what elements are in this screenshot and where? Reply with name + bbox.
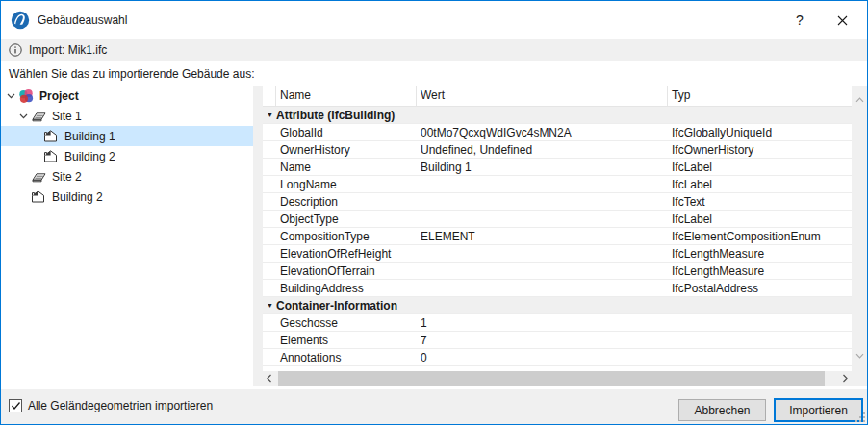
group-title: Attribute (IfcBuilding) <box>276 109 395 122</box>
tree-item-project[interactable]: Project <box>1 86 253 106</box>
chevron-slot <box>17 170 30 183</box>
cell-wert: ELEMENT <box>417 230 668 243</box>
table-group-row[interactable]: ▼Attribute (IfcBuilding) <box>263 107 852 124</box>
cell-typ: IfcOwnerHistory <box>668 143 852 157</box>
cell-name: LongName <box>276 178 417 191</box>
cell-wert: Undefined, Undefined <box>417 143 668 157</box>
tree-item-building-1[interactable]: Building 1 <box>1 126 253 146</box>
cancel-button[interactable]: Abbrechen <box>678 399 766 421</box>
table-row[interactable]: BuildingAddressIfcPostalAddress <box>263 280 852 297</box>
cell-wert: 00tMo7QcxqWdIGvc4sMN2A <box>417 126 668 139</box>
table-group-row[interactable]: ▼Container-Information <box>263 297 852 314</box>
scroll-left-icon[interactable] <box>263 371 276 386</box>
tree-item-site-1[interactable]: Site 1 <box>1 106 253 126</box>
vertical-scrollbar[interactable] <box>852 86 867 386</box>
cell-typ: IfcLengthMeasure <box>668 247 852 261</box>
close-icon <box>837 15 848 26</box>
building-icon <box>42 149 59 164</box>
horizontal-scrollbar[interactable] <box>263 371 852 386</box>
chevron-slot <box>30 130 42 142</box>
panel-gap <box>253 86 263 386</box>
tree-item-label: Building 2 <box>64 150 115 163</box>
building-selection-dialog: Gebäudeauswahl ? Import: Mik1.ifc Wählen… <box>0 0 868 425</box>
site-icon <box>30 109 46 124</box>
table-row[interactable]: ElevationOfRefHeightIfcLengthMeasure <box>263 245 852 262</box>
scroll-right-icon[interactable] <box>838 371 852 386</box>
header-spacer <box>263 86 276 106</box>
help-button[interactable]: ? <box>779 1 821 39</box>
cell-name: ElevationOfTerrain <box>276 264 417 278</box>
chevron-down-icon[interactable] <box>5 89 17 102</box>
table-row[interactable]: Annotations0 <box>263 349 852 366</box>
tree-item-building-2[interactable]: Building 2 <box>1 187 253 207</box>
collapse-triangle-icon[interactable]: ▼ <box>267 302 276 309</box>
table-row[interactable]: GlobalId00tMo7QcxqWdIGvc4sMN2AIfcGloball… <box>263 124 852 141</box>
building-icon <box>30 189 46 205</box>
building-icon <box>42 129 59 144</box>
table-row[interactable]: ElevationOfTerrainIfcLengthMeasure <box>263 262 852 280</box>
cell-typ: IfcLengthMeasure <box>668 264 852 278</box>
cell-wert: 0 <box>417 351 668 364</box>
scroll-up-icon[interactable] <box>852 93 867 107</box>
resize-grip[interactable] <box>855 412 866 423</box>
cell-name: Annotations <box>276 351 417 364</box>
cell-name: OwnerHistory <box>276 143 417 157</box>
footer-bar: Alle Geländegeometrien importieren Abbre… <box>1 389 867 424</box>
import-terrain-checkbox[interactable] <box>9 399 22 412</box>
column-header-name[interactable]: Name <box>276 86 417 106</box>
cell-typ: IfcLabel <box>668 161 852 174</box>
archicad-logo-icon <box>11 11 30 30</box>
attributes-table: Name Wert Typ ▼Attribute (IfcBuilding)Gl… <box>263 86 852 386</box>
collapse-triangle-icon[interactable]: ▼ <box>267 112 276 118</box>
tree-item-label: Building 1 <box>64 130 115 143</box>
cell-typ: IfcText <box>668 195 852 209</box>
table-row[interactable]: OwnerHistoryUndefined, UndefinedIfcOwner… <box>263 141 852 159</box>
cell-name: Geschosse <box>276 316 417 330</box>
info-icon <box>9 43 22 57</box>
close-button[interactable] <box>821 1 863 39</box>
import-terrain-label: Alle Geländegeometrien importieren <box>28 389 213 422</box>
horizontal-scroll-thumb[interactable] <box>278 371 825 386</box>
table-row[interactable]: Geschosse1 <box>263 314 852 332</box>
cell-name: Name <box>276 161 417 174</box>
tree-item-site-2[interactable]: Site 2 <box>1 166 253 187</box>
table-row[interactable]: CompositionTypeELEMENTIfcElementComposit… <box>263 228 852 245</box>
window-title: Gebäudeauswahl <box>38 13 127 27</box>
cell-name: CompositionType <box>276 230 417 243</box>
group-title: Container-Information <box>276 299 397 312</box>
table-body: ▼Attribute (IfcBuilding)GlobalId00tMo7Qc… <box>263 107 852 366</box>
column-header-typ[interactable]: Typ <box>668 86 852 106</box>
check-icon <box>11 401 21 411</box>
cell-name: ObjectType <box>276 212 417 226</box>
tree-item-label: Building 2 <box>52 190 103 204</box>
cell-wert: 7 <box>417 334 668 347</box>
cell-typ: IfcLabel <box>668 178 852 191</box>
table-row[interactable]: Elements7 <box>263 332 852 349</box>
cell-name: BuildingAddress <box>276 282 417 295</box>
cell-typ: IfcLabel <box>668 212 852 226</box>
table-row[interactable]: ObjectTypeIfcLabel <box>263 211 852 228</box>
table-row[interactable]: DescriptionIfcText <box>263 193 852 211</box>
tree-item-building-2[interactable]: Building 2 <box>1 146 253 166</box>
cell-typ: IfcPostalAddress <box>668 282 852 295</box>
tree-instruction-label: Wählen Sie das zu importierende Gebäude … <box>9 67 255 81</box>
scroll-down-icon[interactable] <box>852 349 867 362</box>
column-header-wert[interactable]: Wert <box>417 86 668 106</box>
cell-typ: IfcGloballyUniqueId <box>668 126 852 139</box>
cell-typ: IfcElementCompositionEnum <box>668 230 852 243</box>
tree-item-label: Project <box>39 89 79 103</box>
info-bar: Import: Mik1.ifc <box>1 39 867 61</box>
cell-name: Elements <box>276 334 417 347</box>
cell-wert: 1 <box>417 316 668 330</box>
import-button[interactable]: Importieren <box>774 398 863 422</box>
chevron-slot <box>17 190 30 203</box>
table-row[interactable]: LongNameIfcLabel <box>263 176 852 193</box>
tree-item-label: Site 2 <box>52 170 82 184</box>
site-icon <box>30 169 46 185</box>
building-tree: ProjectSite 1Building 1Building 2Site 2B… <box>1 86 253 207</box>
info-text: Import: Mik1.ifc <box>29 43 107 57</box>
table-row[interactable]: NameBuilding 1IfcLabel <box>263 159 852 176</box>
cell-name: GlobalId <box>276 126 417 139</box>
project-icon <box>17 88 34 104</box>
chevron-down-icon[interactable] <box>17 110 30 122</box>
